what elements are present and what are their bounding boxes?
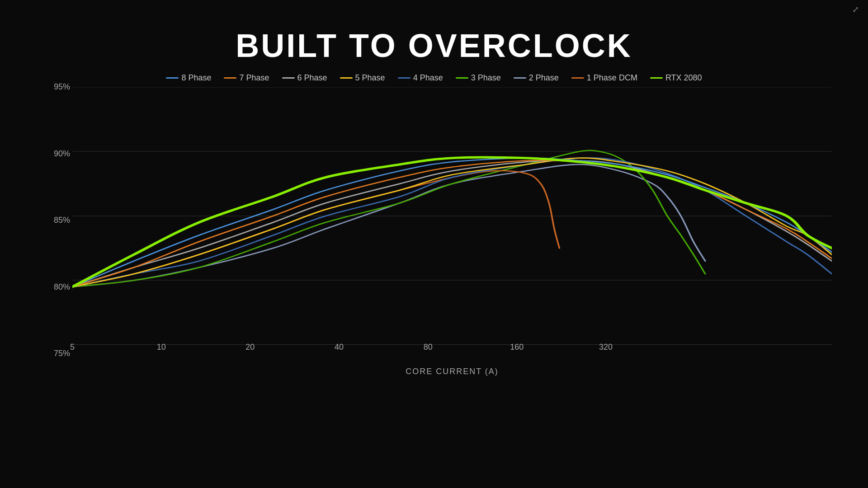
x-axis-label-5: 5 [70, 343, 75, 352]
legend-label-8phase: 8 Phase [181, 73, 211, 83]
page-title: BUILT TO OVERCLOCK [0, 0, 868, 73]
legend-item-3phase: 3 Phase [456, 73, 501, 83]
curve-4phase [72, 158, 832, 287]
curve-7phase [72, 160, 832, 287]
legend-line-6phase [282, 77, 295, 79]
legend-label-3phase: 3 Phase [471, 73, 501, 83]
legend-line-1phase [571, 77, 584, 79]
x-axis-label-10: 10 [157, 343, 166, 352]
chart-svg [72, 87, 832, 345]
legend-item-5phase: 5 Phase [340, 73, 385, 83]
legend-item-4phase: 4 Phase [398, 73, 443, 83]
legend-item-1phase: 1 Phase DCM [571, 73, 637, 83]
y-axis-label-75: 75% [54, 349, 70, 358]
y-axis-label-85: 85% [54, 216, 70, 225]
legend-line-rtx2080 [650, 77, 663, 79]
legend-label-4phase: 4 Phase [413, 73, 443, 83]
x-axis-label-80: 80 [424, 343, 433, 352]
legend-line-7phase [224, 77, 236, 79]
legend-item-8phase: 8 Phase [166, 73, 211, 83]
legend-item-6phase: 6 Phase [282, 73, 327, 83]
legend-item-rtx2080: RTX 2080 [650, 73, 702, 83]
legend-label-rtx2080: RTX 2080 [665, 73, 702, 83]
curve-6phase [72, 160, 832, 287]
legend-label-7phase: 7 Phase [239, 73, 269, 83]
legend-line-8phase [166, 77, 179, 79]
legend-line-2phase [514, 77, 526, 79]
x-axis-title: CORE CURRENT (A) [72, 367, 832, 376]
y-axis-label-90: 90% [54, 149, 70, 159]
legend-label-6phase: 6 Phase [297, 73, 327, 83]
legend-line-4phase [398, 77, 410, 79]
x-axis-label-40: 40 [335, 343, 344, 352]
y-axis-label-80: 80% [54, 282, 70, 292]
legend-label-5phase: 5 Phase [355, 73, 385, 83]
fullscreen-button[interactable]: ⤢ [852, 5, 859, 14]
legend-line-3phase [456, 77, 468, 79]
x-axis-label-320: 320 [599, 343, 613, 352]
legend-line-5phase [340, 77, 353, 79]
legend-label-2phase: 2 Phase [529, 73, 559, 83]
legend: 8 Phase7 Phase6 Phase5 Phase4 Phase3 Pha… [0, 73, 868, 83]
x-axis-label-160: 160 [510, 343, 524, 352]
legend-item-2phase: 2 Phase [514, 73, 559, 83]
legend-item-7phase: 7 Phase [224, 73, 269, 83]
curve-1phase [72, 171, 559, 287]
legend-label-1phase: 1 Phase DCM [587, 73, 637, 83]
x-axis-label-20: 20 [245, 343, 255, 352]
y-axis-label-95: 95% [54, 82, 70, 92]
chart-container: 95%90%85%80%75% 510204080160320 CORE CUR… [45, 87, 832, 376]
curve-3phase [72, 150, 705, 287]
